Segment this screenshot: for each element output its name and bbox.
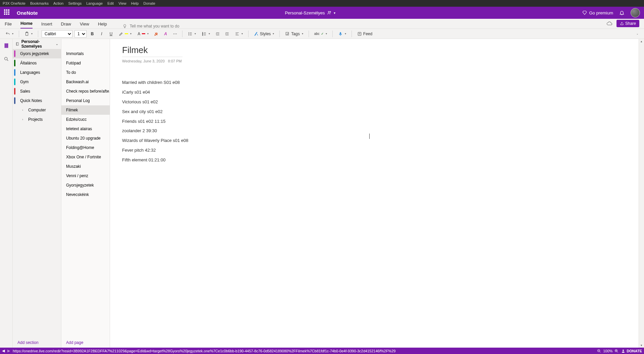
page-item[interactable]: Edzés/cucc [61,115,110,124]
styles-button[interactable]: Styles▾ [252,30,276,38]
zoom-in-icon[interactable] [614,349,619,353]
page-title[interactable]: Filmek [122,45,182,57]
italic-button[interactable]: I [98,30,105,38]
section-label: Általános [20,61,37,65]
bell-icon[interactable] [619,10,625,15]
sysmenu-item[interactable]: View [118,1,126,5]
more-formatting-button[interactable]: ⋯ [171,30,179,38]
tab-home[interactable]: Home [20,21,33,29]
collapse-ribbon-button[interactable]: ⌄ [633,30,641,38]
page-item[interactable]: To do [61,68,110,77]
clear-formatting-button[interactable] [153,30,160,38]
content-line[interactable]: zoolander 2 39:30 [122,128,627,134]
section-item[interactable]: Quick Notes [13,96,61,105]
section-item[interactable]: Gym [13,77,61,87]
page-item[interactable]: Futópad [61,58,110,68]
scroll-down-icon[interactable]: ▾ [641,344,642,347]
page-canvas[interactable]: Filmek Wednesday, June 3, 2020 8:07 PM M… [110,39,639,348]
notebook-title-dropdown[interactable]: Personal-Személyes ▾ [38,10,583,15]
sysmenu-item[interactable]: Action [53,1,64,5]
tab-help[interactable]: Help [98,21,107,29]
content-line[interactable]: Victorious s01 e02 [122,99,627,105]
content-line[interactable]: Fifth element 01:21:00 [122,157,627,163]
paste-button[interactable]: ▾ [22,30,35,38]
sync-cloud-icon[interactable] [606,20,612,27]
bullets-button[interactable]: ▾ [186,30,198,38]
vertical-scrollbar[interactable]: ▴ ▾ [639,39,644,348]
sysmenu-item[interactable]: Settings [68,1,82,5]
tab-insert[interactable]: Insert [41,21,52,29]
section-item[interactable]: Gyors jegyzetek [13,49,61,58]
page-item[interactable]: Xbox One / Fortnite [61,152,110,162]
content-line[interactable]: Married with children S01 e08 [122,80,627,86]
page-item[interactable]: Muszaki [61,162,110,171]
sysmenu-item[interactable]: Language [86,1,103,5]
content-line[interactable]: iCarly s01 e04 [122,90,627,95]
format-painter-button[interactable]: A [162,30,169,38]
zoom-out-icon[interactable] [597,349,601,353]
font-name-select[interactable]: Calibri [42,30,72,38]
page-item[interactable]: Ubuntu 20 upgrade [61,134,110,143]
app-launcher-icon[interactable] [4,9,11,16]
bold-button[interactable]: B [89,30,96,38]
user-avatar[interactable] [631,8,640,17]
nav-back-button[interactable]: ◀ [2,349,5,353]
add-section-button[interactable]: Add section [13,338,61,348]
page-item[interactable]: Check repos before/afte… [61,87,110,96]
underline-button[interactable]: U [107,30,115,38]
scroll-up-icon[interactable]: ▴ [641,40,642,43]
feed-button[interactable]: Feed [355,30,374,38]
font-color-button[interactable]: A▾ [136,30,151,38]
undo-button[interactable]: ▾ [3,30,15,38]
tab-file[interactable]: File [5,21,12,29]
decrease-indent-button[interactable] [214,30,221,38]
page-item[interactable]: Gyorsjegyzetek [61,181,110,190]
nav-toggle-button[interactable] [2,42,10,50]
sysmenu-item[interactable]: Bookmarks [30,1,49,5]
spellcheck-button[interactable]: abc✓▾ [312,30,329,38]
section-item[interactable]: ›Computer [13,105,61,115]
sysmenu-item[interactable]: Edit [107,1,114,5]
page-item[interactable]: Nevecskéink [61,190,110,199]
font-size-select[interactable]: 11 [74,30,87,38]
sysmenu-item[interactable]: Help [131,1,139,5]
tab-draw[interactable]: Draw [61,21,71,29]
go-premium-button[interactable]: Go premium [582,10,613,15]
search-button[interactable] [2,55,10,63]
page-item[interactable]: Venni / penz [61,171,110,181]
share-button[interactable]: Share [616,20,639,27]
content-line[interactable]: Wizards of Waverly Place s01 e08 [122,138,627,144]
page-content[interactable]: Married with children S01 e08iCarly s01 … [122,80,627,163]
section-item[interactable]: Sales [13,87,61,96]
content-line[interactable]: Sex and city s01 e02 [122,109,627,115]
tell-me-search[interactable] [130,24,230,29]
chevron-down-icon: ⌄ [56,42,58,46]
sysmenu-item[interactable]: Donate [143,1,155,5]
numbering-button[interactable]: 123▾ [200,30,212,38]
dictate-button[interactable]: ▾ [336,30,348,38]
add-page-button[interactable]: Add page [61,338,110,348]
page-item[interactable]: teletext alairas [61,124,110,134]
section-item[interactable]: ›Projects [13,115,61,124]
svg-point-8 [189,35,189,35]
donate-button[interactable]: DONATE [621,349,642,353]
ribbon-toolbar: ▾ ▾ Calibri 11 B I U ▾ A▾ A ⋯ ▾ 123▾ ▾ S… [0,29,644,39]
content-line[interactable]: Friends s01 e02 11:15 [122,119,627,124]
tags-button[interactable]: Tags▾ [283,30,305,38]
sysmenu-item[interactable]: P3X OneNote [3,1,25,5]
tab-view[interactable]: View [80,21,89,29]
page-item[interactable]: Folding@Home [61,143,110,152]
page-item[interactable]: Filmek [61,105,110,115]
increase-indent-button[interactable] [223,30,231,38]
nav-forward-button[interactable]: ▶ [7,349,10,353]
highlight-button[interactable]: ▾ [117,30,133,38]
page-item[interactable]: Backwash.ai [61,77,110,87]
align-button[interactable]: ▾ [233,30,245,38]
section-item[interactable]: Languages [13,68,61,77]
notebook-dropdown[interactable]: Personal-Személyes ⌄ [13,39,61,49]
page-item[interactable]: Personal Log [61,96,110,105]
page-item[interactable]: Immortals [61,49,110,58]
app-header: OneNote Personal-Személyes ▾ Go premium [0,7,644,19]
content-line[interactable]: Fever pitch 42:32 [122,148,627,153]
section-item[interactable]: Általános [13,58,61,68]
